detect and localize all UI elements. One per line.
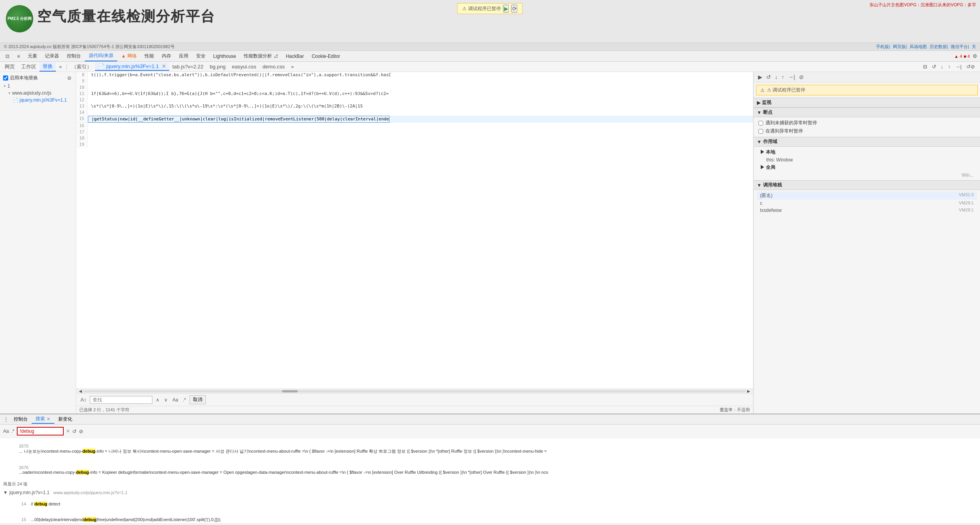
nav-wind-map[interactable]: 风场地图 — [910, 44, 927, 49]
debugger-step-out-button[interactable]: ↑ — [780, 73, 785, 81]
local-overrides-toggle[interactable]: 启用本地替换 — [3, 75, 38, 81]
tab-more-files[interactable]: » — [288, 63, 297, 70]
tab-easyuicss[interactable]: easyui.css — [229, 63, 259, 70]
never-pause-here-button[interactable]: ↺⊘ — [965, 63, 976, 70]
tab-application[interactable]: 应用 — [175, 51, 192, 61]
tab-tabjs[interactable]: tab.js?v=2.22 — [169, 63, 207, 70]
search-input[interactable] — [17, 427, 64, 435]
tab-perf-insights[interactable]: 性能数据分析 ⊿ — [240, 51, 282, 61]
scrollbar-track[interactable] — [83, 390, 746, 392]
tab-democss[interactable]: demo.css — [259, 63, 288, 70]
paused-icon: ⚠ — [760, 88, 765, 93]
divider — [66, 64, 67, 70]
call-stack-txsdefwsw[interactable]: txsdefwsw VM28:1 — [757, 207, 977, 214]
pause-on-exception-checkbox[interactable] — [758, 121, 763, 125]
nav-close[interactable]: 关 — [972, 44, 976, 49]
search-settings-button[interactable]: ⊘ — [79, 428, 83, 434]
debugger-step-over-button[interactable]: ↺ — [765, 73, 772, 81]
bottom-panel-drag-handle[interactable]: ⋮ — [2, 416, 10, 423]
find-aa-button[interactable]: A↕ — [79, 396, 88, 403]
match-case-button[interactable]: Aa — [171, 397, 179, 403]
close-jquery-tab[interactable]: ✕ — [162, 63, 166, 69]
tree-folder-root[interactable]: ▼ 1 — [2, 82, 74, 90]
dock-icon-button[interactable]: ⊡ — [2, 52, 13, 61]
tab-sources[interactable]: 源代码/来源 — [85, 51, 117, 61]
search-refresh-button[interactable]: ↺ — [72, 428, 77, 434]
call-stack-c[interactable]: c VM28:1 — [757, 200, 977, 207]
subtab-overrides[interactable]: 替换 — [39, 62, 56, 72]
step-over-button[interactable]: ↑ — [947, 63, 952, 70]
format-button[interactable]: ⊟ — [922, 63, 928, 70]
subtab-page[interactable]: 网页 — [2, 63, 18, 71]
call-stack-section-header[interactable]: ▼ 调用堆栈 — [754, 180, 980, 190]
debugger-step-button[interactable]: →| — [787, 73, 796, 81]
scrollbar-thumb[interactable] — [282, 390, 298, 392]
deactivate-breakpoints-button[interactable]: ↓ — [940, 63, 945, 70]
nav-links[interactable]: 手机版| 网页版| 风场地图 历史数据| 微信平台| 关 — [874, 44, 976, 50]
tab-index[interactable]: （索引） — [68, 63, 95, 71]
tab-console[interactable]: 控制台 — [63, 51, 85, 61]
scope-section-header[interactable]: ▼ 作用域 — [754, 137, 980, 147]
nav-history[interactable]: 历史数据 — [930, 44, 947, 49]
tab-hackbar[interactable]: HackBar — [282, 52, 308, 61]
find-next-button[interactable]: ∨ — [163, 397, 169, 403]
scope-this[interactable]: this: Window — [763, 156, 977, 163]
tab-jquery[interactable]: 📄 jquery.min.js%3Fv=1.1 ✕ — [95, 63, 169, 71]
regex-button[interactable]: .* — [182, 397, 187, 403]
tree-file-jquery[interactable]: 📄 jquery.min.js%3Fv=1.1 — [11, 97, 74, 104]
search-line-15[interactable]: 15 ...00|delay|clearInterval|enddebug|fr… — [0, 512, 980, 523]
tab-recorder[interactable]: 记录器 — [41, 51, 63, 61]
tab-security[interactable]: 安全 — [192, 51, 209, 61]
debugger-step-into-button[interactable]: ↓ — [774, 73, 779, 81]
clear-overrides-button[interactable]: ⊘ — [66, 75, 73, 81]
search-result-2676[interactable]: 2676 ...oaden\ncontext-menu-copy-debug-i… — [0, 460, 980, 480]
search-file-jquery[interactable]: ▼ jquery.min.js?v=1.1 www.aqistudy.cn/js… — [0, 489, 980, 496]
tab-cookie-editor[interactable]: Cookie-Editor — [308, 52, 344, 61]
call-stack-fn-anonymous: (匿名) — [760, 192, 773, 199]
local-overrides-checkbox[interactable] — [3, 75, 8, 81]
subtab-workspace[interactable]: 工作区 — [18, 63, 39, 71]
line-num-11: 11 — [76, 91, 88, 97]
more-tools-button[interactable]: ≡ — [13, 52, 24, 61]
tab-console-bottom[interactable]: 控制台 — [10, 415, 32, 423]
find-prev-button[interactable]: ∧ — [155, 397, 161, 403]
code-horizontal-scrollbar[interactable]: ◀ ▶ — [76, 389, 753, 393]
scope-global[interactable]: ▶ 全局 — [757, 163, 977, 172]
scope-local[interactable]: ▶ 本地 — [757, 148, 977, 156]
tab-lighthouse[interactable]: Lighthouse — [209, 52, 240, 61]
pause-on-caught-checkbox[interactable] — [758, 129, 763, 134]
find-cancel-button[interactable]: 取消 — [190, 395, 206, 404]
sync-scroll-button[interactable]: ↺ — [931, 63, 937, 70]
resume-button[interactable]: ▶ — [503, 5, 509, 13]
file-jquery-url: www.aqistudy.cn/js/jquery.min.js?v=1.1 — [54, 490, 127, 495]
nav-web[interactable]: 网页版 — [893, 44, 906, 49]
step-button[interactable]: ⟳ — [511, 5, 518, 13]
search-line-14[interactable]: 14 // debug detect — [0, 496, 980, 512]
resume-here-button[interactable]: →| — [954, 63, 963, 70]
search-result-2670[interactable]: 2670 ... 나눈보는\ncontext-menu-copy-debug-i… — [0, 438, 980, 460]
tab-performance[interactable]: 性能 — [141, 51, 158, 61]
breakpoints-triangle-icon: ▼ — [757, 110, 762, 115]
file-triangle-jquery: ▼ — [3, 490, 8, 495]
close-search-tab[interactable]: ✕ — [46, 416, 50, 422]
tree-folder-domain[interactable]: ▼ www.aqistudy.cn/js — [6, 90, 74, 97]
breakpoints-label: 断点 — [763, 109, 773, 116]
tab-changes[interactable]: 新变化 — [54, 415, 76, 423]
subtab-more[interactable]: » — [56, 63, 65, 70]
tab-network[interactable]: ▲ 网络 — [117, 51, 140, 61]
call-stack-anonymous[interactable]: (匿名) VM31:3 — [757, 192, 977, 200]
settings-gear-button[interactable]: ⚙ — [971, 53, 978, 59]
search-clear-button[interactable]: ✕ — [66, 428, 70, 434]
tab-search[interactable]: 搜索 ✕ — [32, 415, 54, 424]
debugger-deactivate-button[interactable]: ⊘ — [798, 73, 805, 81]
tab-bgpng[interactable]: bg.png — [207, 63, 229, 70]
monitor-section-header[interactable]: ▶ 监视 — [754, 98, 980, 108]
breakpoints-section-header[interactable]: ▼ 断点 — [754, 108, 980, 117]
tab-memory[interactable]: 内存 — [158, 51, 175, 61]
find-input[interactable] — [90, 396, 152, 404]
main-content: 启用本地替换 ⊘ ▼ 1 ▼ www.aqistudy.cn/js 📄 jque… — [0, 72, 980, 414]
nav-wechat[interactable]: 微信平台 — [951, 44, 968, 49]
nav-mobile[interactable]: 手机版 — [876, 44, 889, 49]
tab-elements[interactable]: 元素 — [24, 51, 41, 61]
debugger-resume-button[interactable]: ▶ — [757, 73, 764, 81]
